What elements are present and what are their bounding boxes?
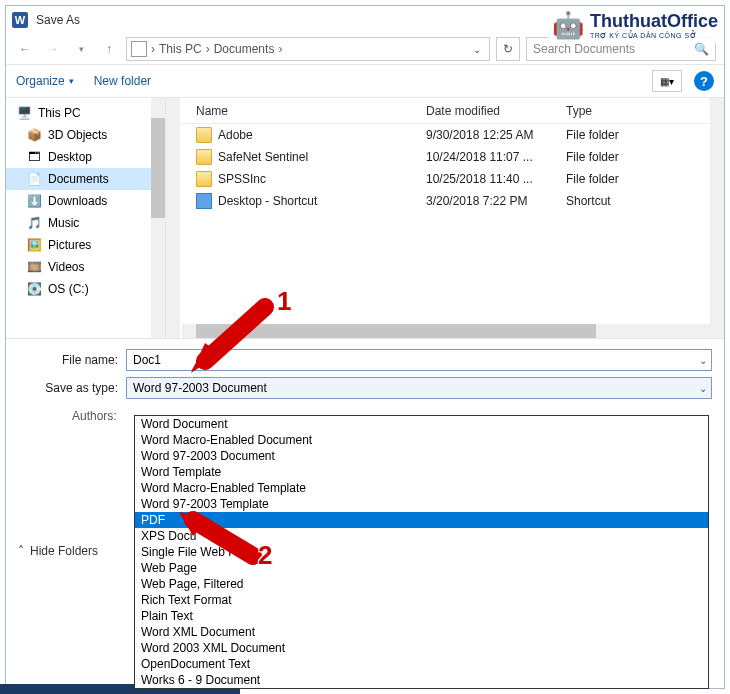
folder-icon [196, 127, 212, 143]
watermark: 🤖 ThuthuatOffice TRỢ KÝ CỦA DÂN CÔNG SỞ [548, 8, 722, 43]
breadcrumb[interactable]: › This PC › Documents › ⌄ [126, 37, 490, 61]
type-option[interactable]: Word 97-2003 Document [135, 448, 708, 464]
type-option[interactable]: XPS Docu [135, 528, 708, 544]
type-option[interactable]: Works 6 - 9 Document [135, 672, 708, 688]
search-placeholder: Search Documents [533, 42, 635, 56]
explorer-body: 🖥️This PC 📦3D Objects 🗔Desktop 📄Document… [6, 98, 724, 338]
tree-os-c[interactable]: 💽OS (C:) [6, 278, 165, 300]
chevron-right-icon: › [149, 42, 157, 56]
type-option[interactable]: Word 97-2003 Template [135, 496, 708, 512]
saveastype-combo[interactable]: Word 97-2003 Document ⌄ [126, 377, 712, 399]
tree-this-pc[interactable]: 🖥️This PC [6, 102, 165, 124]
nav-tree: 🖥️This PC 📦3D Objects 🗔Desktop 📄Document… [6, 98, 166, 338]
toolbar: Organize ▾ New folder ▦▾ ? [6, 64, 724, 98]
tree-scroll-thumb[interactable] [151, 118, 165, 218]
picture-icon: 🖼️ [26, 237, 42, 253]
help-button[interactable]: ? [694, 71, 714, 91]
list-item[interactable]: SPSSInc10/25/2018 11:40 ...File folder [166, 168, 724, 190]
type-option[interactable]: OpenDocument Text [135, 656, 708, 672]
filename-input[interactable]: Doc1 ⌄ [126, 349, 712, 371]
list-v-scrollbar[interactable] [710, 98, 724, 338]
document-icon: 📄 [26, 171, 42, 187]
search-icon: 🔍 [694, 42, 709, 56]
type-option[interactable]: Word Macro-Enabled Template [135, 480, 708, 496]
chevron-down-icon: ▾ [69, 76, 74, 86]
list-header: Name Date modified Type [166, 98, 724, 124]
chevron-right-icon: › [204, 42, 212, 56]
saveastype-dropdown[interactable]: Word DocumentWord Macro-Enabled Document… [134, 415, 709, 689]
type-option[interactable]: Web Page [135, 560, 708, 576]
back-button[interactable]: ← [14, 38, 36, 60]
chevron-right-icon: › [276, 42, 284, 56]
chevron-up-icon: ˄ [18, 544, 24, 558]
list-item[interactable]: SafeNet Sentinel10/24/2018 11:07 ...File… [166, 146, 724, 168]
file-list: Name Date modified Type Adobe9/30/2018 1… [166, 98, 724, 338]
recent-dropdown[interactable]: ▾ [70, 38, 92, 60]
forward-button[interactable]: → [42, 38, 64, 60]
folder-icon [196, 171, 212, 187]
tree-videos[interactable]: 🎞️Videos [6, 256, 165, 278]
word-app-icon: W [12, 12, 28, 28]
type-option[interactable]: Plain Text [135, 608, 708, 624]
cube-icon: 📦 [26, 127, 42, 143]
type-option[interactable]: Rich Text Format [135, 592, 708, 608]
breadcrumb-dropdown[interactable]: ⌄ [469, 44, 485, 55]
col-name[interactable]: Name [166, 104, 426, 118]
saveastype-label: Save as type: [18, 381, 126, 395]
shortcut-icon [196, 193, 212, 209]
up-button[interactable]: ↑ [98, 38, 120, 60]
tree-documents[interactable]: 📄Documents [6, 168, 165, 190]
tree-3d-objects[interactable]: 📦3D Objects [6, 124, 165, 146]
download-icon: ⬇️ [26, 193, 42, 209]
list-item[interactable]: Adobe9/30/2018 12:25 AMFile folder [166, 124, 724, 146]
folder-icon [196, 149, 212, 165]
chevron-down-icon[interactable]: ⌄ [699, 383, 707, 394]
type-option[interactable]: Word Template [135, 464, 708, 480]
list-h-thumb[interactable] [196, 324, 596, 338]
pc-icon: 🖥️ [16, 105, 32, 121]
authors-label: Authors: [72, 409, 117, 423]
music-icon: 🎵 [26, 215, 42, 231]
video-icon: 🎞️ [26, 259, 42, 275]
robot-icon: 🤖 [552, 10, 584, 41]
desktop-icon: 🗔 [26, 149, 42, 165]
list-gutter [166, 98, 180, 338]
refresh-button[interactable]: ↻ [496, 37, 520, 61]
organize-menu[interactable]: Organize ▾ [16, 74, 74, 88]
type-option[interactable]: PDF [135, 512, 708, 528]
new-folder-button[interactable]: New folder [94, 74, 151, 88]
type-option[interactable]: Web Page, Filtered [135, 576, 708, 592]
type-option[interactable]: Single File Web Page [135, 544, 708, 560]
tree-music[interactable]: 🎵Music [6, 212, 165, 234]
chevron-down-icon[interactable]: ⌄ [699, 355, 707, 366]
list-item[interactable]: Desktop - Shortcut3/20/2018 7:22 PMShort… [166, 190, 724, 212]
col-type[interactable]: Type [566, 104, 666, 118]
tree-desktop[interactable]: 🗔Desktop [6, 146, 165, 168]
watermark-brand: ThuthuatOffice [590, 11, 718, 31]
type-option[interactable]: Word XML Document [135, 624, 708, 640]
type-option[interactable]: Word Macro-Enabled Document [135, 432, 708, 448]
view-options-button[interactable]: ▦▾ [652, 70, 682, 92]
tree-pictures[interactable]: 🖼️Pictures [6, 234, 165, 256]
type-option[interactable]: Word 2003 XML Document [135, 640, 708, 656]
tree-downloads[interactable]: ⬇️Downloads [6, 190, 165, 212]
watermark-tagline: TRỢ KÝ CỦA DÂN CÔNG SỞ [590, 32, 718, 40]
hide-folders-toggle[interactable]: ˄ Hide Folders [18, 544, 98, 558]
drive-icon: 💽 [26, 281, 42, 297]
crumb-this-pc[interactable]: This PC [159, 42, 202, 56]
pc-icon [131, 41, 147, 57]
filename-label: File name: [18, 353, 126, 367]
type-option[interactable]: Word Document [135, 416, 708, 432]
col-date[interactable]: Date modified [426, 104, 566, 118]
crumb-documents[interactable]: Documents [214, 42, 275, 56]
